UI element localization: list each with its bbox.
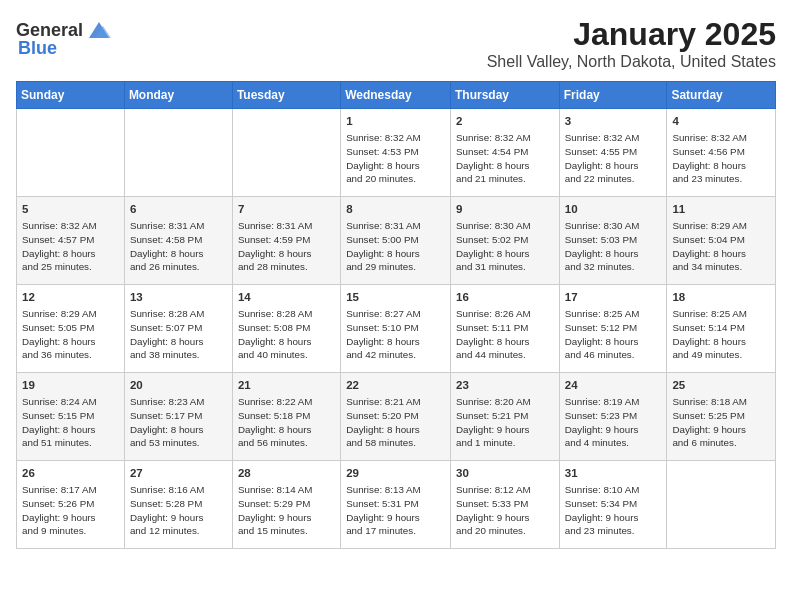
day-info: Sunrise: 8:27 AM Sunset: 5:10 PM Dayligh… <box>346 307 445 362</box>
title-block: January 2025 Shell Valley, North Dakota,… <box>487 16 776 71</box>
day-info: Sunrise: 8:25 AM Sunset: 5:14 PM Dayligh… <box>672 307 770 362</box>
calendar-day-cell: 7Sunrise: 8:31 AM Sunset: 4:59 PM Daylig… <box>232 197 340 285</box>
weekday-header: Tuesday <box>232 82 340 109</box>
calendar-day-cell: 27Sunrise: 8:16 AM Sunset: 5:28 PM Dayli… <box>124 461 232 549</box>
calendar-day-cell <box>17 109 125 197</box>
day-number: 31 <box>565 465 662 481</box>
calendar-day-cell: 2Sunrise: 8:32 AM Sunset: 4:54 PM Daylig… <box>451 109 560 197</box>
day-number: 9 <box>456 201 554 217</box>
day-info: Sunrise: 8:16 AM Sunset: 5:28 PM Dayligh… <box>130 483 227 538</box>
day-number: 8 <box>346 201 445 217</box>
day-info: Sunrise: 8:32 AM Sunset: 4:56 PM Dayligh… <box>672 131 770 186</box>
calendar-day-cell: 20Sunrise: 8:23 AM Sunset: 5:17 PM Dayli… <box>124 373 232 461</box>
day-number: 30 <box>456 465 554 481</box>
day-info: Sunrise: 8:10 AM Sunset: 5:34 PM Dayligh… <box>565 483 662 538</box>
day-info: Sunrise: 8:31 AM Sunset: 5:00 PM Dayligh… <box>346 219 445 274</box>
day-number: 16 <box>456 289 554 305</box>
day-info: Sunrise: 8:32 AM Sunset: 4:55 PM Dayligh… <box>565 131 662 186</box>
calendar-day-cell: 25Sunrise: 8:18 AM Sunset: 5:25 PM Dayli… <box>667 373 776 461</box>
calendar-subtitle: Shell Valley, North Dakota, United State… <box>487 53 776 71</box>
calendar-day-cell: 22Sunrise: 8:21 AM Sunset: 5:20 PM Dayli… <box>341 373 451 461</box>
logo-blue: Blue <box>18 38 57 59</box>
day-number: 26 <box>22 465 119 481</box>
calendar-day-cell: 29Sunrise: 8:13 AM Sunset: 5:31 PM Dayli… <box>341 461 451 549</box>
calendar-day-cell: 19Sunrise: 8:24 AM Sunset: 5:15 PM Dayli… <box>17 373 125 461</box>
calendar-day-cell: 13Sunrise: 8:28 AM Sunset: 5:07 PM Dayli… <box>124 285 232 373</box>
day-number: 17 <box>565 289 662 305</box>
calendar-day-cell: 3Sunrise: 8:32 AM Sunset: 4:55 PM Daylig… <box>559 109 667 197</box>
calendar-day-cell: 30Sunrise: 8:12 AM Sunset: 5:33 PM Dayli… <box>451 461 560 549</box>
calendar-day-cell: 31Sunrise: 8:10 AM Sunset: 5:34 PM Dayli… <box>559 461 667 549</box>
calendar-day-cell <box>667 461 776 549</box>
calendar-day-cell: 9Sunrise: 8:30 AM Sunset: 5:02 PM Daylig… <box>451 197 560 285</box>
calendar-week-row: 5Sunrise: 8:32 AM Sunset: 4:57 PM Daylig… <box>17 197 776 285</box>
day-info: Sunrise: 8:21 AM Sunset: 5:20 PM Dayligh… <box>346 395 445 450</box>
day-info: Sunrise: 8:31 AM Sunset: 4:58 PM Dayligh… <box>130 219 227 274</box>
day-number: 14 <box>238 289 335 305</box>
logo: General Blue <box>16 16 113 59</box>
day-info: Sunrise: 8:23 AM Sunset: 5:17 PM Dayligh… <box>130 395 227 450</box>
day-info: Sunrise: 8:12 AM Sunset: 5:33 PM Dayligh… <box>456 483 554 538</box>
day-info: Sunrise: 8:32 AM Sunset: 4:54 PM Dayligh… <box>456 131 554 186</box>
calendar-week-row: 1Sunrise: 8:32 AM Sunset: 4:53 PM Daylig… <box>17 109 776 197</box>
calendar-week-row: 19Sunrise: 8:24 AM Sunset: 5:15 PM Dayli… <box>17 373 776 461</box>
day-number: 10 <box>565 201 662 217</box>
page-header: General Blue January 2025 Shell Valley, … <box>16 16 776 71</box>
day-number: 13 <box>130 289 227 305</box>
calendar-day-cell: 23Sunrise: 8:20 AM Sunset: 5:21 PM Dayli… <box>451 373 560 461</box>
day-info: Sunrise: 8:13 AM Sunset: 5:31 PM Dayligh… <box>346 483 445 538</box>
day-info: Sunrise: 8:32 AM Sunset: 4:57 PM Dayligh… <box>22 219 119 274</box>
day-info: Sunrise: 8:30 AM Sunset: 5:02 PM Dayligh… <box>456 219 554 274</box>
calendar-day-cell <box>232 109 340 197</box>
day-info: Sunrise: 8:17 AM Sunset: 5:26 PM Dayligh… <box>22 483 119 538</box>
calendar-day-cell: 16Sunrise: 8:26 AM Sunset: 5:11 PM Dayli… <box>451 285 560 373</box>
calendar-day-cell <box>124 109 232 197</box>
day-number: 22 <box>346 377 445 393</box>
calendar-day-cell: 4Sunrise: 8:32 AM Sunset: 4:56 PM Daylig… <box>667 109 776 197</box>
calendar-day-cell: 14Sunrise: 8:28 AM Sunset: 5:08 PM Dayli… <box>232 285 340 373</box>
calendar-day-cell: 15Sunrise: 8:27 AM Sunset: 5:10 PM Dayli… <box>341 285 451 373</box>
day-number: 19 <box>22 377 119 393</box>
day-info: Sunrise: 8:29 AM Sunset: 5:04 PM Dayligh… <box>672 219 770 274</box>
weekday-header: Thursday <box>451 82 560 109</box>
calendar-day-cell: 12Sunrise: 8:29 AM Sunset: 5:05 PM Dayli… <box>17 285 125 373</box>
day-info: Sunrise: 8:19 AM Sunset: 5:23 PM Dayligh… <box>565 395 662 450</box>
day-number: 24 <box>565 377 662 393</box>
day-info: Sunrise: 8:25 AM Sunset: 5:12 PM Dayligh… <box>565 307 662 362</box>
day-info: Sunrise: 8:31 AM Sunset: 4:59 PM Dayligh… <box>238 219 335 274</box>
day-number: 1 <box>346 113 445 129</box>
day-number: 21 <box>238 377 335 393</box>
calendar-day-cell: 1Sunrise: 8:32 AM Sunset: 4:53 PM Daylig… <box>341 109 451 197</box>
weekday-header: Wednesday <box>341 82 451 109</box>
day-number: 12 <box>22 289 119 305</box>
day-info: Sunrise: 8:20 AM Sunset: 5:21 PM Dayligh… <box>456 395 554 450</box>
calendar-header-row: SundayMondayTuesdayWednesdayThursdayFrid… <box>17 82 776 109</box>
calendar-day-cell: 11Sunrise: 8:29 AM Sunset: 5:04 PM Dayli… <box>667 197 776 285</box>
calendar-week-row: 12Sunrise: 8:29 AM Sunset: 5:05 PM Dayli… <box>17 285 776 373</box>
calendar-day-cell: 5Sunrise: 8:32 AM Sunset: 4:57 PM Daylig… <box>17 197 125 285</box>
calendar-day-cell: 26Sunrise: 8:17 AM Sunset: 5:26 PM Dayli… <box>17 461 125 549</box>
day-info: Sunrise: 8:26 AM Sunset: 5:11 PM Dayligh… <box>456 307 554 362</box>
day-info: Sunrise: 8:18 AM Sunset: 5:25 PM Dayligh… <box>672 395 770 450</box>
day-number: 11 <box>672 201 770 217</box>
logo-icon <box>85 16 113 44</box>
day-number: 2 <box>456 113 554 129</box>
day-number: 6 <box>130 201 227 217</box>
day-number: 7 <box>238 201 335 217</box>
day-number: 23 <box>456 377 554 393</box>
calendar-day-cell: 24Sunrise: 8:19 AM Sunset: 5:23 PM Dayli… <box>559 373 667 461</box>
calendar-day-cell: 6Sunrise: 8:31 AM Sunset: 4:58 PM Daylig… <box>124 197 232 285</box>
day-info: Sunrise: 8:29 AM Sunset: 5:05 PM Dayligh… <box>22 307 119 362</box>
day-number: 25 <box>672 377 770 393</box>
day-number: 18 <box>672 289 770 305</box>
weekday-header: Monday <box>124 82 232 109</box>
weekday-header: Friday <box>559 82 667 109</box>
day-number: 5 <box>22 201 119 217</box>
day-info: Sunrise: 8:22 AM Sunset: 5:18 PM Dayligh… <box>238 395 335 450</box>
calendar-table: SundayMondayTuesdayWednesdayThursdayFrid… <box>16 81 776 549</box>
day-info: Sunrise: 8:32 AM Sunset: 4:53 PM Dayligh… <box>346 131 445 186</box>
day-number: 20 <box>130 377 227 393</box>
calendar-week-row: 26Sunrise: 8:17 AM Sunset: 5:26 PM Dayli… <box>17 461 776 549</box>
day-info: Sunrise: 8:14 AM Sunset: 5:29 PM Dayligh… <box>238 483 335 538</box>
day-info: Sunrise: 8:30 AM Sunset: 5:03 PM Dayligh… <box>565 219 662 274</box>
